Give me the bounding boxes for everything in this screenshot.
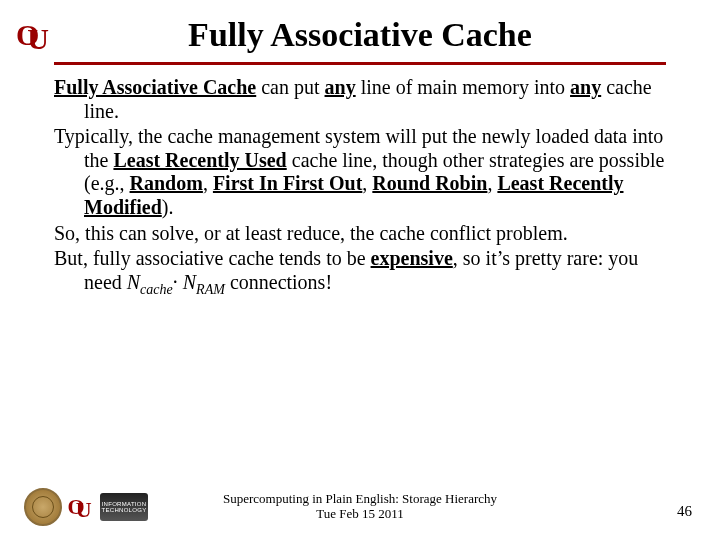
paragraph-2: Typically, the cache management system w…	[54, 125, 670, 219]
var-n-ram: NRAM	[183, 271, 225, 293]
paragraph-4: But, fully associative cache tends to be…	[54, 247, 670, 298]
footer-line-2: Tue Feb 15 2011	[316, 506, 404, 521]
term-expensive: expensive	[371, 247, 453, 269]
slide-body: Fully Associative Cache can put any line…	[54, 76, 670, 300]
term-fifo: First In First Out	[213, 172, 362, 194]
term-any-2: any	[570, 76, 601, 98]
term-lru: Least Recently Used	[113, 149, 286, 171]
title-underline	[54, 62, 666, 65]
page-number: 46	[677, 503, 692, 520]
term-round-robin: Round Robin	[372, 172, 487, 194]
term-random: Random	[130, 172, 203, 194]
slide-footer: OU INFORMATION TECHNOLOGY Supercomputing…	[0, 482, 720, 526]
paragraph-3: So, this can solve, or at least reduce, …	[54, 222, 670, 246]
var-n-cache: Ncache	[127, 271, 173, 293]
term-fully-associative: Fully Associative Cache	[54, 76, 256, 98]
slide-title: Fully Associative Cache	[0, 16, 720, 54]
footer-text: Supercomputing in Plain English: Storage…	[0, 492, 720, 522]
paragraph-1: Fully Associative Cache can put any line…	[54, 76, 670, 123]
slide: OU Fully Associative Cache Fully Associa…	[0, 0, 720, 540]
term-any-1: any	[325, 76, 356, 98]
footer-line-1: Supercomputing in Plain English: Storage…	[223, 491, 497, 506]
